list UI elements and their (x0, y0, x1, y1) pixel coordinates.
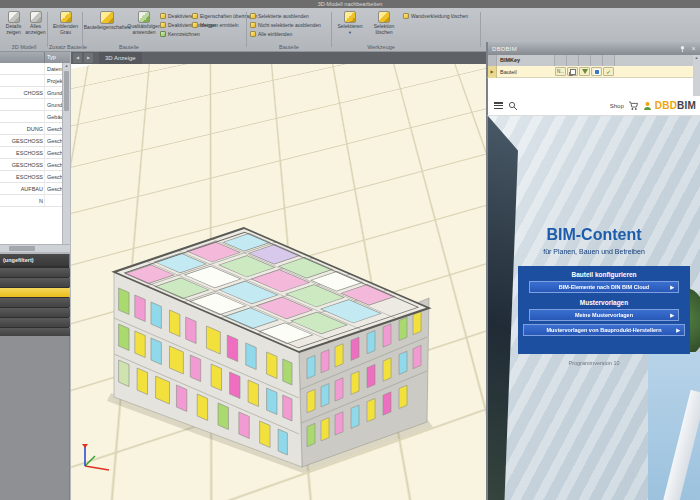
prev-view-button[interactable]: ◀ (73, 53, 82, 63)
tab-3d-anzeige[interactable]: 3D Anzeige (99, 52, 142, 64)
qualitaetsfolgen-label: Qualitätsfolgen anwenden (127, 24, 160, 35)
row-marker-icon: ▶ (488, 66, 497, 78)
more-button[interactable]: N... (555, 67, 566, 76)
name-column-header[interactable] (0, 52, 45, 63)
grid-column-header[interactable] (555, 55, 567, 66)
selektierte-ausblenden-button[interactable]: Selektierte ausblenden (250, 13, 309, 19)
search-icon[interactable] (508, 101, 518, 111)
ribbon-separator (47, 12, 48, 47)
table-row[interactable]: N (0, 195, 62, 207)
copy-button[interactable] (567, 67, 578, 76)
alles-anzeigen-label: Alles anzeigen (25, 24, 46, 35)
deaktivieren-button[interactable]: Deaktivieren (160, 13, 196, 19)
table-horizontal-scrollbar[interactable] (0, 244, 70, 252)
3d-viewport[interactable] (71, 64, 487, 500)
table-vertical-scrollbar[interactable]: ▲ (62, 63, 70, 244)
alles-anzeigen-button[interactable]: Alles anzeigen (25, 11, 46, 35)
details-zeigen-label: Details zeigen (3, 24, 24, 35)
bimkey-row-bauteil[interactable]: ▶ Bauteil N... ✓ (487, 66, 693, 78)
filter-panel-header: (ungefiltert) (0, 254, 69, 266)
grid-column-header[interactable] (579, 55, 591, 66)
nicht-selektierte-ausblenden-button[interactable]: Nicht selektierte ausblenden (250, 22, 321, 28)
arrow-right-icon: ▶ (670, 312, 674, 318)
filter-button[interactable] (579, 67, 590, 76)
pin-icon[interactable] (679, 45, 686, 52)
bauteileigenschaften-button[interactable]: Bauteileigenschaften (84, 11, 130, 31)
bim-content-heading: BIM-Content (508, 226, 680, 244)
clear-selection-icon (378, 11, 390, 23)
kennzeichnen-button[interactable]: Kennzeichnen (160, 31, 200, 37)
bim-content-menu: Bauteil konfigurieren BIM-Elemente nach … (518, 266, 690, 354)
table-row[interactable]: ESCHOSSGeschoss (0, 171, 62, 183)
filter-list-item-selected[interactable] (0, 288, 70, 297)
menu-icon[interactable] (494, 102, 503, 109)
table-row[interactable]: AUFBAUGeschoss (0, 183, 62, 195)
hersteller-mustervorlagen-button[interactable]: Mustervorlagen von Bauprodukt-Hersteller… (523, 324, 685, 336)
filter-list-item[interactable] (0, 328, 70, 336)
einblenden-grau-button[interactable]: Einblenden Grau (53, 11, 78, 35)
typ-column-header[interactable]: Typ (45, 52, 62, 63)
bim-elemente-button[interactable]: BIM-Elemente nach DIN BIM Cloud ▶ (529, 281, 679, 293)
selektion-loeschen-label: Selektion löschen (367, 24, 401, 35)
table-row[interactable]: ESCHOSSGeschoss (0, 147, 62, 159)
mengen-ermitteln-button[interactable]: Mengen ermitteln (192, 22, 239, 28)
shop-link[interactable]: Shop (610, 103, 624, 109)
filter-list-item[interactable] (0, 298, 70, 307)
grid-column-header[interactable] (603, 55, 615, 66)
building-model[interactable] (101, 219, 481, 479)
table-row[interactable]: Gebäude (0, 111, 62, 123)
grid-column-header[interactable] (591, 55, 603, 66)
section-bauteil-konfigurieren: Bauteil konfigurieren (571, 271, 636, 278)
show-deactivated-icon (160, 22, 166, 28)
qualitaetsfolgen-button[interactable]: Qualitätsfolgen anwenden (130, 11, 158, 35)
scrollbar-thumb[interactable] (9, 246, 35, 251)
grid-column-header[interactable] (567, 55, 579, 66)
grid-cube-icon (30, 11, 42, 23)
user-icon[interactable] (643, 101, 652, 111)
funnel-icon (582, 69, 588, 74)
section-mustervorlagen: Mustervorlagen (580, 299, 628, 306)
table-row[interactable]: GESCHOSSGeschoss (0, 159, 62, 171)
scroll-up-icon[interactable]: ▲ (695, 55, 699, 60)
ribbon-group-filter: Selektierte ausblenden Nicht selektierte… (248, 9, 330, 51)
group-label-3d-modell: 3D Modell (2, 44, 46, 50)
dbd-bim-logo: DBDBIM (655, 100, 696, 111)
alle-einblenden-button[interactable]: Alle einblenden (250, 31, 292, 37)
filter-list-item[interactable] (0, 308, 70, 317)
ribbon-separator (331, 12, 332, 47)
selektieren-button[interactable]: Selektieren ▼ (335, 11, 365, 35)
dbd-panel-title: DBDBIM (488, 46, 517, 52)
yellow-cube-icon (60, 11, 72, 23)
window-title: 3D-Modell nachbearbeiten (318, 1, 383, 7)
cart-icon[interactable] (628, 101, 639, 111)
filter-list-item[interactable] (0, 278, 70, 287)
grid-view-button[interactable] (591, 67, 602, 76)
bimkey-scrollbar[interactable]: ▲ (693, 55, 700, 96)
delete-cladding-icon (403, 13, 409, 19)
scrollbar-thumb[interactable] (64, 71, 69, 111)
table-row[interactable]: GESCHOSSGeschoss (0, 135, 62, 147)
table-row[interactable]: DUNGGeschoss (0, 123, 62, 135)
ribbon-group-bauteile: Bauteileigenschaften Qualitätsfolgen anw… (84, 9, 244, 51)
wandverkleidung-loeschen-button[interactable]: Wandverkleidung löschen (403, 13, 468, 19)
axis-gizmo (77, 440, 117, 474)
hide-unselected-icon (250, 22, 256, 28)
filter-list-item[interactable] (0, 268, 70, 277)
table-row[interactable]: Datenbank (0, 63, 62, 75)
filter-list-item[interactable] (0, 318, 70, 327)
close-icon[interactable]: × (689, 44, 698, 53)
details-zeigen-button[interactable]: Details zeigen (3, 11, 24, 35)
bimkey-column-header[interactable]: BIMKey (497, 55, 555, 66)
next-view-button[interactable]: ▶ (84, 53, 93, 63)
table-row[interactable]: CHOSSGrundstück (0, 87, 62, 99)
scroll-up-icon[interactable]: ▲ (65, 63, 69, 68)
green-flask-icon (138, 11, 150, 23)
selektion-loeschen-button[interactable]: Selektion löschen (367, 11, 401, 35)
apply-button[interactable]: ✓ (603, 67, 614, 76)
table-header: Typ (0, 52, 70, 63)
program-version-text: Programmversion 10 (488, 360, 700, 366)
table-row[interactable]: Projekt (0, 75, 62, 87)
table-row[interactable]: Grundriss (0, 99, 62, 111)
meine-mustervorlagen-button[interactable]: Meine Mustervorlagen ▶ (529, 309, 679, 321)
group-label-werkzeuge: Werkzeuge (333, 44, 429, 50)
